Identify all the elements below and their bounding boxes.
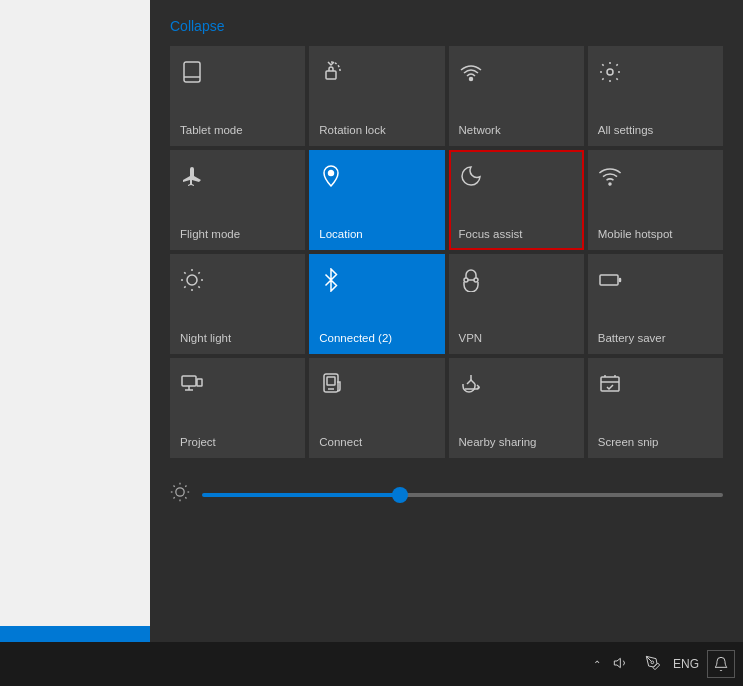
tile-network-label: Network: [459, 124, 501, 138]
left-sidebar: [0, 0, 150, 686]
svg-line-34: [174, 497, 175, 498]
tile-rotation-lock[interactable]: Rotation lock: [309, 46, 444, 146]
svg-line-15: [198, 272, 199, 273]
tile-all-settings-label: All settings: [598, 124, 654, 138]
svg-line-14: [184, 286, 185, 287]
svg-point-6: [609, 183, 611, 185]
tile-project-label: Project: [180, 436, 216, 450]
tile-connect[interactable]: Connect: [309, 358, 444, 458]
brightness-row: [150, 466, 743, 523]
tile-flight-mode[interactable]: Flight mode: [170, 150, 305, 250]
vpn-icon: [459, 268, 483, 296]
tablet-mode-icon: [180, 60, 204, 88]
tile-tablet-mode[interactable]: Tablet mode: [170, 46, 305, 146]
svg-line-35: [185, 486, 186, 487]
taskbar-volume-icon[interactable]: [609, 651, 633, 678]
brightness-thumb[interactable]: [392, 487, 408, 503]
svg-point-17: [474, 278, 478, 282]
rotation-lock-icon: [319, 60, 343, 88]
tile-all-settings[interactable]: All settings: [588, 46, 723, 146]
network-icon: [459, 60, 483, 88]
tile-focus-assist[interactable]: Focus assist: [449, 150, 584, 250]
tile-screen-snip-label: Screen snip: [598, 436, 659, 450]
svg-line-31: [185, 497, 186, 498]
tile-connect-label: Connect: [319, 436, 362, 450]
focus-assist-icon: [459, 164, 483, 192]
project-icon: [180, 372, 204, 400]
svg-rect-0: [184, 62, 200, 82]
svg-rect-2: [326, 71, 336, 79]
battery-saver-icon: [598, 268, 622, 296]
collapse-button[interactable]: Collapse: [150, 0, 743, 46]
svg-rect-22: [197, 379, 202, 386]
mobile-hotspot-icon: [598, 164, 622, 192]
tile-project[interactable]: Project: [170, 358, 305, 458]
tile-mobile-hotspot-label: Mobile hotspot: [598, 228, 673, 242]
night-light-icon: [180, 268, 204, 296]
tile-connected-label: Connected (2): [319, 332, 392, 346]
tile-focus-assist-label: Focus assist: [459, 228, 523, 242]
settings-icon: [598, 60, 622, 88]
bluetooth-icon: [319, 268, 343, 296]
svg-marker-36: [614, 658, 620, 667]
taskbar-notification-button[interactable]: [707, 650, 735, 678]
tile-vpn[interactable]: VPN: [449, 254, 584, 354]
tile-night-light-label: Night light: [180, 332, 231, 346]
taskbar-chevron-icon[interactable]: ⌃: [593, 659, 601, 670]
taskbar-pen-icon[interactable]: [641, 651, 665, 678]
svg-point-27: [176, 488, 184, 496]
svg-point-4: [607, 69, 613, 75]
tile-screen-snip[interactable]: Screen snip: [588, 358, 723, 458]
svg-point-5: [329, 171, 334, 176]
tile-vpn-label: VPN: [459, 332, 483, 346]
tile-flight-mode-label: Flight mode: [180, 228, 240, 242]
tile-network[interactable]: Network: [449, 46, 584, 146]
tile-mobile-hotspot[interactable]: Mobile hotspot: [588, 150, 723, 250]
svg-point-16: [464, 278, 468, 282]
tile-connected[interactable]: Connected (2): [309, 254, 444, 354]
svg-point-3: [469, 78, 472, 81]
tile-battery-saver[interactable]: Battery saver: [588, 254, 723, 354]
svg-line-10: [184, 272, 185, 273]
connect-icon: [319, 372, 343, 400]
screen-snip-icon: [598, 372, 622, 400]
svg-rect-19: [182, 376, 196, 386]
quick-actions-grid: Tablet mode Rotation lock: [150, 46, 743, 458]
svg-rect-24: [327, 377, 335, 385]
brightness-slider[interactable]: [202, 493, 723, 497]
flight-mode-icon: [180, 164, 204, 192]
tile-nearby-sharing[interactable]: Nearby sharing: [449, 358, 584, 458]
svg-point-7: [187, 275, 197, 285]
tile-night-light[interactable]: Night light: [170, 254, 305, 354]
svg-point-37: [651, 661, 654, 664]
tile-rotation-lock-label: Rotation lock: [319, 124, 385, 138]
tile-nearby-sharing-label: Nearby sharing: [459, 436, 537, 450]
taskbar: ⌃ ENG: [0, 642, 743, 686]
svg-rect-18: [600, 275, 618, 285]
action-center: Collapse Tablet mode R: [150, 0, 743, 686]
tile-battery-saver-label: Battery saver: [598, 332, 666, 346]
brightness-icon: [170, 482, 190, 507]
nearby-sharing-icon: [459, 372, 483, 400]
tile-location-label: Location: [319, 228, 362, 242]
tile-tablet-mode-label: Tablet mode: [180, 124, 243, 138]
svg-line-11: [198, 286, 199, 287]
tile-location[interactable]: Location: [309, 150, 444, 250]
svg-line-30: [174, 486, 175, 487]
location-icon: [319, 164, 343, 192]
taskbar-language[interactable]: ENG: [673, 657, 699, 671]
